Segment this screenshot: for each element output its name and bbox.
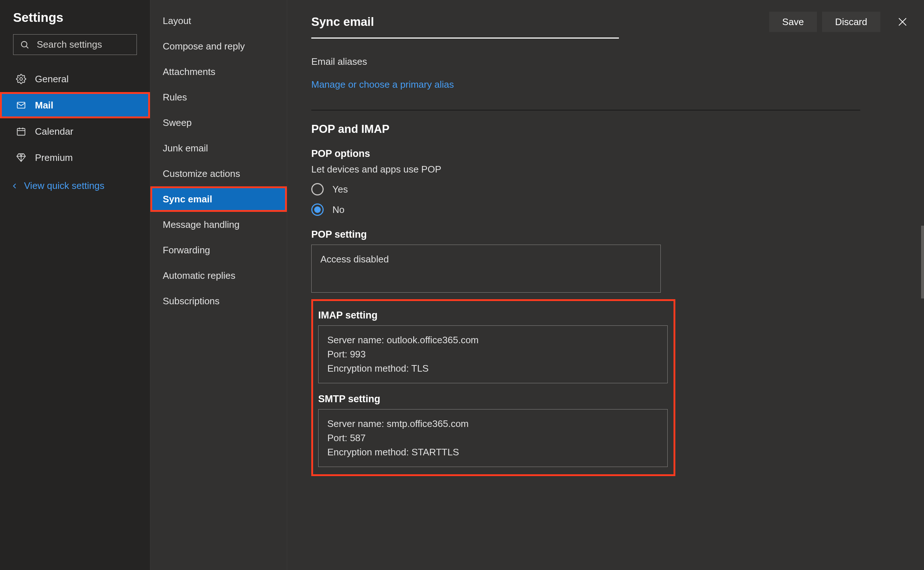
submenu-item-attachments[interactable]: Attachments [150,59,287,84]
calendar-icon [16,126,26,136]
sidebar-item-label: Premium [35,152,73,164]
scrollbar-thumb[interactable] [921,226,924,299]
view-quick-settings-link[interactable]: View quick settings [0,171,150,192]
pop-options-label: Let devices and apps use POP [311,164,860,175]
imap-smtp-highlight: IMAP setting Server name: outlook.office… [311,299,675,476]
submenu-item-subscriptions[interactable]: Subscriptions [150,288,287,314]
quick-settings-label: View quick settings [24,180,104,192]
pop-imap-title: POP and IMAP [311,123,860,136]
submenu-item-rules[interactable]: Rules [150,84,287,110]
pop-setting-box: Access disabled [311,245,661,293]
radio-icon [311,204,324,216]
smtp-setting-box: Server name: smtp.office365.com Port: 58… [318,409,668,467]
close-button[interactable] [897,16,908,27]
sidebar-item-label: General [35,74,69,85]
search-input[interactable] [37,39,155,50]
imap-setting-title: IMAP setting [318,310,666,321]
svg-point-2 [20,78,22,80]
search-icon [20,40,29,49]
sidebar-item-label: Calendar [35,126,74,137]
pop-options-title: POP options [311,148,860,159]
svg-rect-3 [17,102,25,108]
section-divider [311,110,860,110]
diamond-icon [16,153,26,163]
radio-label-no: No [333,204,345,216]
pop-setting-title: POP setting [311,229,860,240]
mail-submenu: LayoutCompose and replyAttachmentsRulesS… [150,0,287,570]
sidebar-item-general[interactable]: General [0,66,150,92]
page-title: Sync email [311,15,769,29]
sidebar-item-premium[interactable]: Premium [0,144,150,171]
chevron-left-icon [10,182,19,190]
imap-setting-box: Server name: outlook.office365.com Port:… [318,325,668,383]
sidebar-item-calendar[interactable]: Calendar [0,118,150,144]
submenu-item-compose-and-reply[interactable]: Compose and reply [150,34,287,59]
sidebar-item-label: Mail [35,100,54,111]
sidebar-item-mail[interactable]: Mail [0,92,150,118]
submenu-item-forwarding[interactable]: Forwarding [150,238,287,263]
radio-icon [311,183,324,195]
submenu-item-junk-email[interactable]: Junk email [150,135,287,161]
search-settings[interactable] [13,34,137,55]
manage-alias-link[interactable]: Manage or choose a primary alias [311,79,454,90]
smtp-setting-title: SMTP setting [318,394,666,405]
radio-label-yes: Yes [333,184,348,195]
submenu-item-customize-actions[interactable]: Customize actions [150,161,287,186]
svg-point-0 [21,41,27,47]
svg-line-1 [26,46,28,48]
discard-button[interactable]: Discard [822,12,880,32]
settings-sidebar: Settings GeneralMailCalendarPremium View… [0,0,150,570]
submenu-item-message-handling[interactable]: Message handling [150,212,287,238]
svg-rect-4 [17,129,25,135]
settings-main: Sync email Save Discard Email aliases Ma… [287,0,924,570]
pop-radio-yes[interactable]: Yes [311,183,860,195]
submenu-item-layout[interactable]: Layout [150,8,287,34]
email-aliases-label: Email aliases [311,56,860,67]
submenu-item-automatic-replies[interactable]: Automatic replies [150,263,287,288]
close-icon [897,16,908,27]
pop-radio-no[interactable]: No [311,204,860,216]
scrollbar-track [921,43,924,570]
gear-icon [16,74,26,84]
sidebar-title: Settings [0,8,150,34]
mail-icon [16,100,26,110]
save-button[interactable]: Save [769,12,817,32]
submenu-item-sweep[interactable]: Sweep [150,110,287,135]
submenu-item-sync-email[interactable]: Sync email [150,186,287,212]
